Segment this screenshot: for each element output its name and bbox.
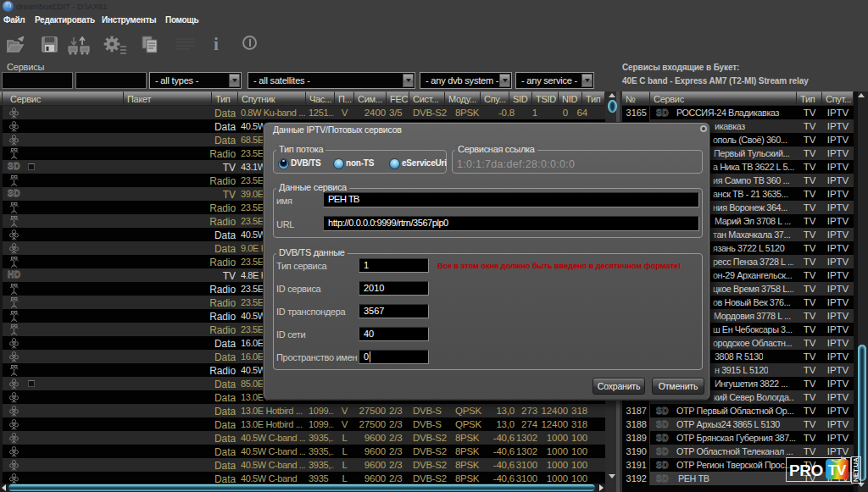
svg-text:TV: TV [828,462,847,478]
